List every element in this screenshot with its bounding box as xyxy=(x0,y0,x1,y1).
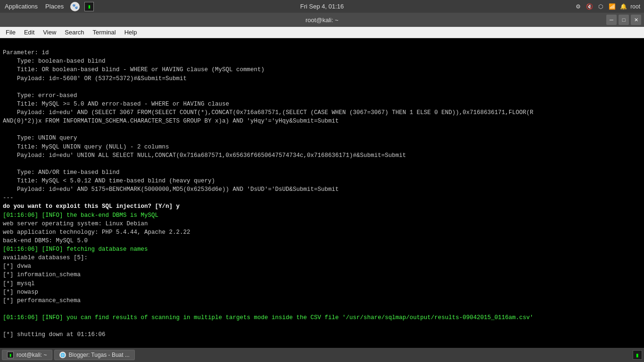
view-menu[interactable]: View xyxy=(39,28,60,37)
search-menu[interactable]: Search xyxy=(61,28,88,37)
maximize-button[interactable]: □ xyxy=(619,15,629,25)
close-button[interactable]: ✕ xyxy=(631,15,641,25)
volume-muted-icon: 🔇 xyxy=(585,2,594,11)
applications-menu[interactable]: Applications xyxy=(2,2,41,11)
notification-icon: 🔔 xyxy=(619,2,627,11)
taskbar-browser-label: Blogger: Tugas - Buat ... xyxy=(69,352,130,358)
webserver-line: web server operating system: Linux Debia… xyxy=(3,221,190,244)
file-menu[interactable]: File xyxy=(2,28,19,37)
terminal-menu[interactable]: Terminal xyxy=(89,28,120,37)
info-line-1: [01:16:06] [INFO] the back-end DBMS is M… xyxy=(3,212,158,219)
network-icon: 📶 xyxy=(608,2,616,11)
exploit-question: do you want to exploit this SQL injectio… xyxy=(3,203,180,210)
menu-bar: File Edit View Search Terminal Help xyxy=(0,27,644,38)
gnome-foot-icon: 🐾 xyxy=(70,2,80,11)
title-bar: root@kali: ~ ─ □ ✕ xyxy=(0,13,644,27)
edit-menu[interactable]: Edit xyxy=(20,28,38,37)
taskbar-terminal-item[interactable]: ▮ root@kali: ~ xyxy=(2,350,52,360)
help-menu[interactable]: Help xyxy=(121,28,141,37)
bluetooth-icon: ⬡ xyxy=(596,2,605,11)
taskbar-right-icon[interactable]: ▮ xyxy=(633,350,642,360)
terminal-output[interactable]: Parameter: id Type: boolean-based blind … xyxy=(0,38,644,348)
taskbar: ▮ root@kali: ~ 🌐 Blogger: Tugas - Buat .… xyxy=(0,348,644,362)
window-title: root@kali: ~ xyxy=(305,16,339,24)
clock: Fri Sep 4, 01:16 xyxy=(300,3,344,10)
minimize-button[interactable]: ─ xyxy=(606,15,617,25)
taskbar-right: ▮ xyxy=(633,350,642,360)
places-menu[interactable]: Places xyxy=(42,2,66,11)
user-label: root xyxy=(630,3,640,10)
databases-list: available databases [5]: [*] dvwa [*] in… xyxy=(3,255,88,304)
top-bar: Applications Places 🐾 ▮ Fri Sep 4, 01:16… xyxy=(0,0,644,13)
settings-icon: ⚙ xyxy=(574,2,582,11)
taskbar-browser-item[interactable]: 🌐 Blogger: Tugas - Buat ... xyxy=(54,350,135,360)
taskbar-browser-icon: 🌐 xyxy=(59,352,66,358)
shutdown-line: [*] shutting down at 01:16:06 xyxy=(3,331,106,338)
terminal-launcher-icon[interactable]: ▮ xyxy=(84,2,94,11)
taskbar-terminal-icon: ▮ xyxy=(7,352,14,358)
info-line-3: [01:16:06] [INFO] you can find results o… xyxy=(3,314,533,321)
terminal-content: Parameter: id Type: boolean-based blind … xyxy=(3,49,533,201)
info-line-2: [01:16:06] [INFO] fetching database name… xyxy=(3,246,148,253)
taskbar-terminal-label: root@kali: ~ xyxy=(17,352,47,358)
